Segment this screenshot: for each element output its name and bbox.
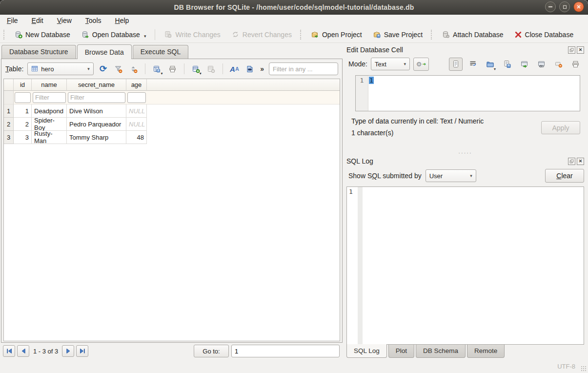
minimize-icon <box>548 6 552 7</box>
clear-filters-button[interactable] <box>113 62 124 75</box>
tab-plot[interactable]: Plot <box>388 345 414 358</box>
table-select[interactable]: hero ▾ <box>27 62 94 75</box>
tab-execute-sql[interactable]: Execute SQL <box>133 45 189 59</box>
delete-record-button[interactable] <box>205 62 217 75</box>
cell-secret-name[interactable]: Tommy Sharp <box>67 131 126 144</box>
filter-input-age[interactable] <box>127 92 146 103</box>
goto-input[interactable] <box>231 345 340 357</box>
filter-input-name[interactable] <box>33 92 66 103</box>
data-grid[interactable]: id name secret_name age 1 1 Deadpon <box>3 79 340 341</box>
close-database-button[interactable]: Close Database <box>510 29 578 41</box>
cell-id[interactable]: 3 <box>14 131 32 144</box>
attach-database-button[interactable]: Attach Database <box>438 28 507 41</box>
new-database-button[interactable]: New Database <box>10 28 74 41</box>
link-button[interactable] <box>534 58 548 71</box>
column-header-age[interactable]: age <box>126 79 147 91</box>
row-header[interactable]: 2 <box>4 118 14 131</box>
mode-select[interactable]: Text ▾ <box>371 58 410 70</box>
resize-grip[interactable] <box>581 366 587 372</box>
splitter-handle[interactable]: ····· <box>345 150 585 155</box>
edit-cell-titlebar[interactable]: Edit Database Cell ✕ <box>345 44 585 55</box>
column-header-secret-name[interactable]: secret_name <box>67 79 126 91</box>
row-header[interactable]: 1 <box>4 104 14 118</box>
table-icon <box>31 65 38 72</box>
column-header-id[interactable]: id <box>14 79 32 91</box>
cell-age[interactable]: 48 <box>126 131 147 144</box>
cell-secret-name[interactable]: Dive Wilson <box>67 104 126 118</box>
print-icon <box>168 65 177 73</box>
cell-name[interactable]: Spider-Boy <box>32 118 67 131</box>
open-database-button[interactable]: Open Database ▾ <box>77 28 150 41</box>
refresh-button[interactable]: ⟳ <box>98 62 109 75</box>
close-button[interactable]: ✕ <box>573 1 584 12</box>
cell-editor-content[interactable]: 1 <box>369 77 374 84</box>
last-record-button[interactable] <box>76 345 88 357</box>
sql-source-select[interactable]: User ▾ <box>426 169 476 182</box>
find-in-table-button[interactable] <box>244 62 255 75</box>
maximize-button[interactable] <box>559 1 570 12</box>
open-database-dropdown-icon[interactable]: ▾ <box>144 34 146 39</box>
cell-name[interactable]: Rusty-Man <box>32 131 67 144</box>
close-panel-button[interactable]: ✕ <box>577 158 584 165</box>
grid-corner[interactable] <box>4 79 14 91</box>
filter-any-input[interactable] <box>269 62 338 75</box>
menu-edit[interactable]: Edit <box>32 17 43 24</box>
sql-source-value: User <box>429 172 443 180</box>
export-cell-data-button[interactable] <box>500 58 514 71</box>
auto-switch-mode-button[interactable]: ⚙➜ <box>413 58 429 71</box>
row-header[interactable]: 3 <box>4 131 14 144</box>
goto-button[interactable]: Go to: <box>194 345 229 357</box>
save-project-button[interactable]: Save Project <box>369 28 426 41</box>
filter-input-secret-name[interactable] <box>68 92 125 103</box>
tab-remote[interactable]: Remote <box>467 345 505 358</box>
text-mode-button[interactable] <box>449 58 463 71</box>
cell-secret-name[interactable]: Pedro Parqueador <box>67 118 126 131</box>
clear-sorting-button[interactable] <box>128 62 139 75</box>
previous-record-button[interactable] <box>17 345 29 357</box>
filter-input-id[interactable] <box>15 92 31 103</box>
sql-log-content[interactable] <box>363 187 584 344</box>
menu-help[interactable]: Help <box>115 17 129 24</box>
insert-record-button[interactable] <box>190 62 202 75</box>
first-record-button[interactable] <box>3 345 15 357</box>
sql-log-line-number: 1 <box>347 187 358 344</box>
print-table-button[interactable] <box>167 62 178 75</box>
float-panel-button[interactable] <box>568 46 575 54</box>
tab-database-structure[interactable]: Database Structure <box>1 45 76 59</box>
column-header-name[interactable]: name <box>32 79 67 91</box>
display-format-button[interactable]: AA <box>229 62 240 75</box>
close-panel-button[interactable]: ✕ <box>577 46 584 54</box>
cell-id[interactable]: 1 <box>14 104 32 118</box>
minimize-button[interactable] <box>545 1 556 12</box>
mode-label: Mode: <box>348 60 367 68</box>
write-changes-button[interactable]: Write Changes <box>160 28 224 41</box>
tab-browse-data[interactable]: Browse Data <box>77 44 132 59</box>
next-record-button[interactable] <box>62 345 74 357</box>
float-panel-button[interactable] <box>568 158 575 165</box>
apply-data-button[interactable] <box>517 58 531 71</box>
menu-file[interactable]: File <box>7 17 18 24</box>
print-cell-button[interactable] <box>568 58 582 71</box>
sql-log-titlebar[interactable]: SQL Log ✕ <box>345 155 585 166</box>
revert-changes-button[interactable]: Revert Changes <box>227 28 296 41</box>
toolbar-extension-icon[interactable]: » <box>260 65 264 73</box>
cell-name[interactable]: Deadpond <box>32 104 67 118</box>
titlebar[interactable]: DB Browser for SQLite - /home/user/code/… <box>0 0 588 15</box>
set-null-button[interactable] <box>551 58 565 71</box>
apply-button[interactable]: Apply <box>541 121 580 134</box>
sql-log-editor[interactable]: 1 <box>346 186 584 345</box>
tab-db-schema[interactable]: DB Schema <box>416 345 466 358</box>
clear-button[interactable]: Clear <box>545 169 584 183</box>
cell-editor[interactable]: 1 1 <box>355 75 580 111</box>
save-table-button[interactable] <box>151 62 162 75</box>
document-icon <box>452 60 460 68</box>
menu-tools[interactable]: Tools <box>85 17 101 24</box>
cell-age[interactable]: NULL <box>126 104 147 118</box>
tab-sql-log[interactable]: SQL Log <box>346 344 387 358</box>
cell-age[interactable]: NULL <box>126 118 147 131</box>
open-project-button[interactable]: Open Project <box>307 28 366 41</box>
import-cell-data-button[interactable] <box>483 58 497 71</box>
menu-view[interactable]: View <box>57 17 72 24</box>
cell-id[interactable]: 2 <box>14 118 32 131</box>
word-wrap-button[interactable] <box>466 58 480 71</box>
